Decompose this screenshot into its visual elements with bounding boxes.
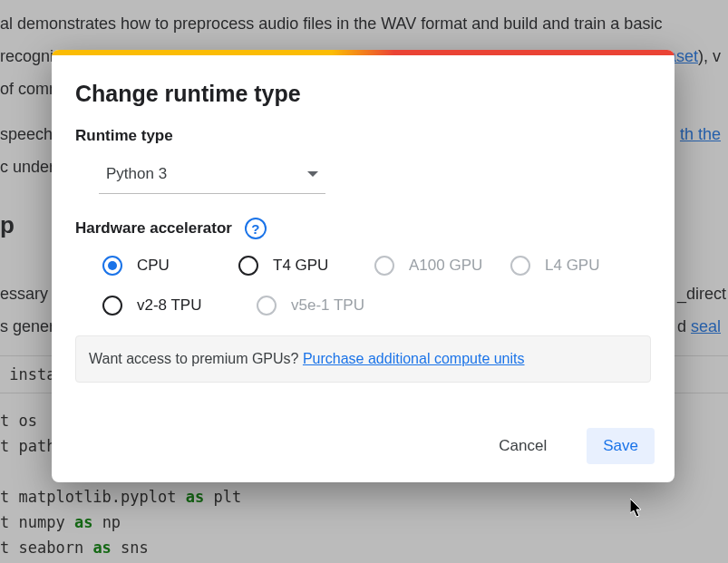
radio-icon [102,296,122,315]
radio-label: T4 GPU [273,257,328,275]
save-button[interactable]: Save [587,428,655,464]
chevron-down-icon [307,171,318,177]
radio-icon [102,256,122,276]
dialog-title: Change runtime type [75,81,651,107]
radio-icon [238,256,258,276]
radio-t4-gpu[interactable]: T4 GPU [238,256,374,276]
radio-label: A100 GPU [409,257,482,275]
help-icon[interactable]: ? [245,218,267,239]
radio-icon [257,296,277,315]
change-runtime-dialog: Change runtime type Runtime type Python … [52,50,675,482]
radio-a100-gpu: A100 GPU [374,256,510,276]
radio-label: v5e-1 TPU [291,296,364,315]
radio-label: L4 GPU [545,257,599,275]
accelerator-radio-group: CPU T4 GPU A100 GPU L4 GPU v2-8 TPU v5e-… [75,252,651,315]
radio-label: v2-8 TPU [137,296,202,315]
radio-l4-gpu: L4 GPU [510,256,646,276]
runtime-type-label: Runtime type [75,127,651,145]
radio-cpu[interactable]: CPU [102,256,238,276]
radio-v2-8-tpu[interactable]: v2-8 TPU [102,296,257,315]
radio-icon [510,256,530,276]
radio-v5e-1-tpu: v5e-1 TPU [257,296,411,315]
purchase-compute-link[interactable]: Purchase additional compute units [303,351,525,366]
cancel-button[interactable]: Cancel [482,428,563,464]
premium-gpu-promo: Want access to premium GPUs? Purchase ad… [75,335,651,383]
hardware-accelerator-label: Hardware accelerator [75,219,232,238]
radio-label: CPU [137,257,170,275]
runtime-type-value: Python 3 [106,165,167,183]
runtime-type-select[interactable]: Python 3 [99,154,325,194]
radio-icon [374,256,394,276]
